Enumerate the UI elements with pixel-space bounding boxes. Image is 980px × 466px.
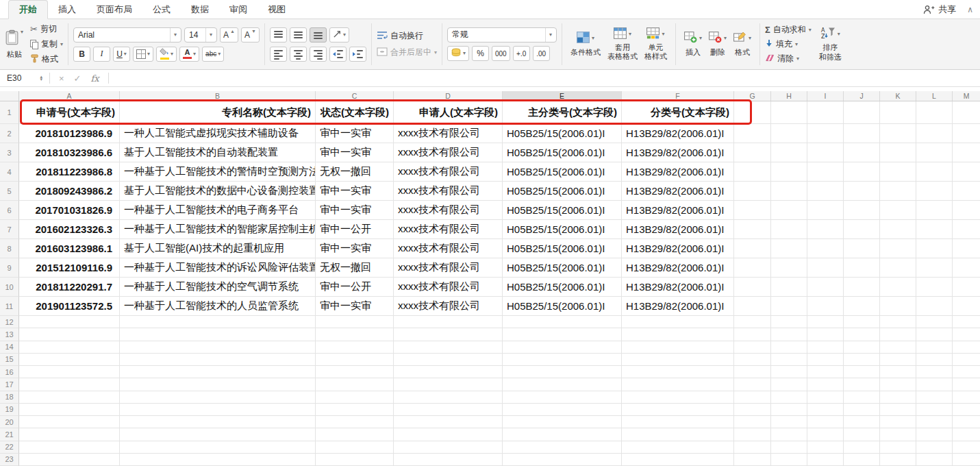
cell-H22[interactable]	[771, 441, 807, 454]
cell-I20[interactable]	[807, 416, 844, 428]
cell-G17[interactable]	[734, 378, 771, 391]
cell-F22[interactable]	[622, 441, 734, 454]
cell-K18[interactable]	[880, 391, 916, 404]
cell-H20[interactable]	[771, 416, 807, 428]
paste-caret-icon[interactable]: ▾	[21, 29, 23, 35]
cell-I5[interactable]	[807, 182, 844, 201]
name-box[interactable]: E30 ▴▾	[0, 70, 45, 86]
cell-L2[interactable]	[916, 124, 953, 143]
underline-button[interactable]: U ▾	[113, 47, 130, 62]
cell-J18[interactable]	[844, 391, 880, 404]
cell-C10[interactable]: 审中一公开	[316, 278, 394, 297]
cell-B18[interactable]	[120, 391, 316, 404]
cell-K1[interactable]	[880, 101, 916, 124]
cell-C14[interactable]	[316, 341, 394, 354]
cell-M17[interactable]	[953, 378, 980, 391]
decrease-font-button[interactable]: A▼	[241, 27, 260, 42]
cell-F20[interactable]	[622, 416, 734, 428]
cell-M10[interactable]	[953, 278, 980, 297]
cell-C12[interactable]	[316, 316, 394, 328]
cell-E10[interactable]: H05B25/15(2006.01)I	[503, 278, 622, 297]
cell-M11[interactable]	[953, 297, 980, 316]
cell-G5[interactable]	[734, 182, 771, 201]
cell-G4[interactable]	[734, 162, 771, 182]
cell-F15[interactable]	[622, 354, 734, 366]
conditional-format-button[interactable]: ▾ 条件格式	[567, 31, 604, 58]
cell-C19[interactable]	[316, 404, 394, 416]
cell-M15[interactable]	[953, 354, 980, 366]
align-right-button[interactable]	[310, 47, 327, 62]
cell-M19[interactable]	[953, 404, 980, 416]
cell-D9[interactable]: xxxx技术有限公司	[394, 258, 503, 278]
cell-D21[interactable]	[394, 428, 503, 441]
cell-G14[interactable]	[734, 341, 771, 354]
cell-styles-button[interactable]: ▾ 单元 格样式	[641, 27, 670, 62]
row-header-22[interactable]: 22	[0, 441, 19, 454]
cell-E18[interactable]	[503, 391, 622, 404]
currency-button[interactable]: ▾	[447, 46, 469, 61]
align-top-button[interactable]	[270, 27, 287, 42]
decrease-decimal-button[interactable]: .00	[533, 46, 550, 61]
cell-G21[interactable]	[734, 428, 771, 441]
cell-I9[interactable]	[807, 258, 844, 278]
increase-font-button[interactable]: A▲	[220, 27, 238, 42]
cell-J5[interactable]	[844, 182, 880, 201]
column-header-B[interactable]: B	[120, 91, 316, 101]
cell-E8[interactable]: H05B25/15(2006.01)I	[503, 239, 622, 258]
cell-C13[interactable]	[316, 328, 394, 341]
cell-C2[interactable]: 审中一实审	[316, 124, 394, 143]
cell-B23[interactable]	[120, 454, 316, 466]
row-header-19[interactable]: 19	[0, 404, 19, 416]
row-header-12[interactable]: 12	[0, 316, 19, 328]
cell-L22[interactable]	[916, 441, 953, 454]
collapse-ribbon-icon[interactable]: ∧	[967, 5, 973, 14]
cell-E7[interactable]: H05B25/15(2006.01)I	[503, 220, 622, 239]
column-header-C[interactable]: C	[316, 91, 394, 101]
cell-I1[interactable]	[807, 101, 844, 124]
cell-A14[interactable]	[19, 341, 120, 354]
cell-I7[interactable]	[807, 220, 844, 239]
cell-E13[interactable]	[503, 328, 622, 341]
cell-F7[interactable]: H13B29/82(2006.01)I	[622, 220, 734, 239]
tab-formulas[interactable]: 公式	[142, 0, 181, 19]
cell-D19[interactable]	[394, 404, 503, 416]
cell-L3[interactable]	[916, 143, 953, 162]
column-header-I[interactable]: I	[807, 91, 844, 101]
cell-A9[interactable]: 201512109116.9	[19, 258, 120, 278]
column-header-L[interactable]: L	[916, 91, 953, 101]
cell-E19[interactable]	[503, 404, 622, 416]
cell-L12[interactable]	[916, 316, 953, 328]
tab-page-layout[interactable]: 页面布局	[86, 0, 142, 19]
cell-C8[interactable]: 审中一实审	[316, 239, 394, 258]
cell-I19[interactable]	[807, 404, 844, 416]
cell-C20[interactable]	[316, 416, 394, 428]
cell-H15[interactable]	[771, 354, 807, 366]
cell-M2[interactable]	[953, 124, 980, 143]
cell-D5[interactable]: xxxx技术有限公司	[394, 182, 503, 201]
cell-E15[interactable]	[503, 354, 622, 366]
cell-F5[interactable]: H13B29/82(2006.01)I	[622, 182, 734, 201]
cell-J16[interactable]	[844, 366, 880, 378]
cell-D6[interactable]: xxxx技术有限公司	[394, 201, 503, 220]
cell-E11[interactable]: H05B25/15(2006.01)I	[503, 297, 622, 316]
cell-J11[interactable]	[844, 297, 880, 316]
cell-K9[interactable]	[880, 258, 916, 278]
cell-G16[interactable]	[734, 366, 771, 378]
cell-A23[interactable]	[19, 454, 120, 466]
cell-C9[interactable]: 无权一撤回	[316, 258, 394, 278]
cell-B8[interactable]: 基于人工智能(AI)技术的起重机应用	[120, 239, 316, 258]
strikethrough-button[interactable]: abc ▾	[202, 47, 224, 62]
cell-H16[interactable]	[771, 366, 807, 378]
cell-I14[interactable]	[807, 341, 844, 354]
cell-L9[interactable]	[916, 258, 953, 278]
cell-M13[interactable]	[953, 328, 980, 341]
cell-I16[interactable]	[807, 366, 844, 378]
cancel-entry-icon[interactable]: ×	[54, 73, 69, 84]
cell-G22[interactable]	[734, 441, 771, 454]
cell-D2[interactable]: xxxx技术有限公司	[394, 124, 503, 143]
format-as-table-button[interactable]: ▾ 套用 表格格式	[604, 27, 641, 62]
cell-K7[interactable]	[880, 220, 916, 239]
cell-J2[interactable]	[844, 124, 880, 143]
cell-L5[interactable]	[916, 182, 953, 201]
cell-M7[interactable]	[953, 220, 980, 239]
